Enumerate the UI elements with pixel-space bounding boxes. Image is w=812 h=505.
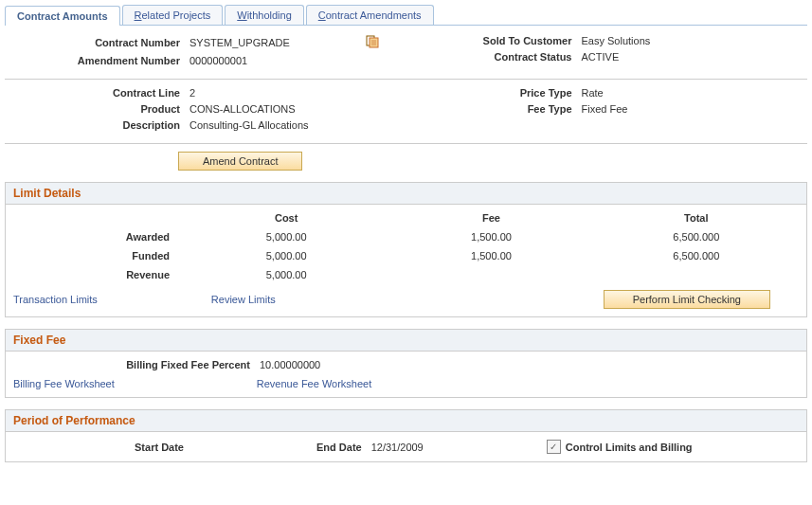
sold-to: Easy Solutions — [582, 35, 651, 46]
awarded-fee: 1,500.00 — [388, 231, 593, 243]
period-of-performance-section: Period of Performance Start Date End Dat… — [5, 409, 807, 462]
row-awarded-label: Awarded — [13, 231, 184, 243]
tab-related-projects[interactable]: Related Projects — [122, 5, 224, 25]
limit-details-header: Limit Details — [6, 183, 806, 205]
price-type: Rate — [582, 87, 604, 99]
row-revenue-label: Revenue — [13, 269, 184, 280]
perform-limit-checking-button[interactable]: Perform Limit Checking — [604, 290, 770, 309]
contract-number-label: Contract Number — [9, 37, 189, 48]
fee-type: Fixed Fee — [582, 103, 628, 115]
tab-contract-amendments[interactable]: Contract Amendments — [306, 5, 434, 25]
product-label: Product — [9, 103, 189, 115]
divider — [5, 79, 807, 80]
transaction-limits-link[interactable]: Transaction Limits — [13, 294, 98, 305]
control-limits-checkbox[interactable]: ✓ — [547, 440, 561, 454]
price-type-label: Price Type — [411, 87, 582, 99]
period-header: Period of Performance — [6, 410, 806, 432]
control-limits-label: Control Limits and Billing — [566, 442, 702, 453]
fee-type-label: Fee Type — [411, 103, 582, 115]
billing-fixed-fee-percent: 10.00000000 — [260, 359, 320, 370]
description-label: Description — [9, 119, 189, 131]
awarded-cost: 5,000.00 — [184, 231, 388, 243]
tab-withholding[interactable]: Withholding — [225, 5, 303, 25]
contract-status: ACTIVE — [582, 51, 620, 63]
contract-status-label: Contract Status — [411, 51, 582, 63]
description: Consulting-GL Allocations — [189, 119, 309, 131]
review-limits-link[interactable]: Review Limits — [211, 294, 276, 305]
end-date-label: End Date — [316, 442, 371, 453]
fixed-fee-section: Fixed Fee Billing Fixed Fee Percent 10.0… — [5, 329, 807, 398]
header-info: Contract Number SYSTEM_UPGRADE Amendment… — [5, 35, 812, 71]
col-fee: Fee — [388, 212, 593, 224]
amendment-number: 0000000001 — [189, 55, 247, 66]
fixed-fee-header: Fixed Fee — [6, 330, 806, 352]
funded-fee: 1,500.00 — [388, 250, 593, 262]
row-funded-label: Funded — [13, 250, 184, 262]
line-info: Contract Line 2 Product CONS-ALLOCATIONS… — [5, 87, 812, 135]
contract-line: 2 — [189, 87, 195, 99]
limit-details-section: Limit Details Cost Fee Total Awarded 5,0… — [5, 182, 807, 317]
funded-cost: 5,000.00 — [184, 250, 388, 262]
divider — [5, 143, 807, 144]
billing-fee-worksheet-link[interactable]: Billing Fee Worksheet — [13, 378, 115, 389]
col-total: Total — [594, 212, 799, 224]
sold-to-label: Sold To Customer — [411, 35, 582, 46]
amend-contract-button[interactable]: Amend Contract — [178, 152, 302, 171]
tabs: Contract Amounts Related Projects Withho… — [5, 5, 807, 26]
awarded-total: 6,500.000 — [594, 231, 799, 243]
funded-total: 6,500.000 — [594, 250, 799, 262]
contract-number: SYSTEM_UPGRADE — [189, 37, 290, 48]
revenue-cost: 5,000.00 — [184, 269, 388, 280]
document-icon[interactable] — [366, 35, 379, 50]
start-date-label: Start Date — [13, 442, 193, 453]
revenue-fee-worksheet-link[interactable]: Revenue Fee Worksheet — [257, 378, 371, 389]
product: CONS-ALLOCATIONS — [189, 103, 296, 115]
contract-line-label: Contract Line — [9, 87, 189, 99]
billing-fixed-fee-percent-label: Billing Fixed Fee Percent — [13, 359, 260, 370]
tab-contract-amounts[interactable]: Contract Amounts — [5, 6, 120, 26]
amendment-number-label: Amendment Number — [9, 55, 189, 66]
end-date: 12/31/2009 — [371, 442, 424, 453]
col-cost: Cost — [184, 212, 388, 224]
